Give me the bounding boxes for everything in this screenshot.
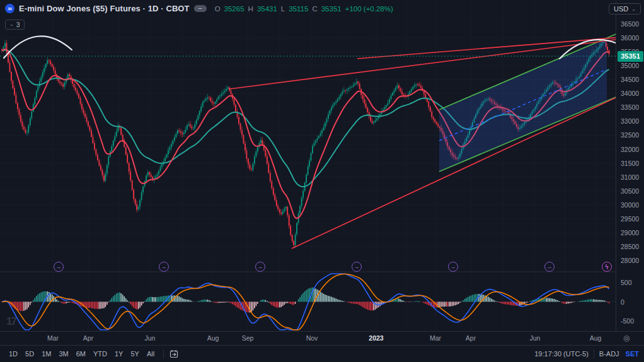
price-axis-label: 33500: [621, 103, 639, 111]
chevron-down-icon: ⌄: [9, 21, 14, 27]
range-buttons: 1D5D1M3M6MYTD1Y5YAll: [5, 348, 158, 359]
indicator-axis-label: 0: [621, 298, 624, 306]
price-axis-label: 29000: [621, 229, 639, 236]
high-value: 35431: [257, 5, 277, 13]
contract-roll-marker-icon[interactable]: →: [159, 262, 169, 272]
time-axis-month-label: Apr: [466, 334, 476, 342]
price-axis-label: 35000: [621, 62, 639, 69]
symbol-legend[interactable]: 30 E-mini Dow Jones ($5) Futures · 1D · …: [5, 4, 393, 13]
clock-time[interactable]: 19:17:30 (UTC-5): [534, 350, 589, 358]
price-axis-label: 28000: [621, 257, 639, 264]
ohlc-values: O35265 H35431 L35115 C35351 +100 (+0.28%…: [215, 5, 393, 13]
time-axis-month-label: Jun: [530, 334, 541, 342]
chart-canvas[interactable]: [0, 0, 644, 362]
range-button-5d[interactable]: 5D: [21, 348, 38, 359]
contract-roll-marker-icon[interactable]: →: [255, 262, 265, 272]
price-axis-label: 32000: [621, 146, 639, 153]
price-axis-label: 33000: [621, 117, 639, 125]
open-value: 35265: [224, 5, 244, 13]
open-label: O: [215, 5, 221, 13]
currency-dropdown[interactable]: USD ⌄: [609, 3, 641, 15]
time-axis-month-label: Nov: [306, 334, 318, 342]
price-axis-label: 36000: [621, 34, 639, 42]
price-axis-label: 32500: [621, 131, 639, 139]
price-axis[interactable]: 35351 ◎ 36500360003550035000345003400033…: [616, 0, 644, 331]
contract-roll-marker-icon[interactable]: →: [54, 262, 64, 272]
contract-roll-marker-icon[interactable]: →: [544, 262, 555, 272]
indicator-axis-label: -500: [621, 317, 634, 325]
range-button-6m[interactable]: 6M: [72, 348, 89, 359]
symbol-title[interactable]: E-mini Dow Jones ($5) Futures · 1D · CBO…: [19, 4, 190, 13]
indicator-axis-label: 500: [621, 279, 632, 286]
back-adjust-toggle[interactable]: B-ADJ: [599, 350, 619, 358]
toolbar-divider: [163, 349, 164, 358]
currency-label: USD: [614, 5, 628, 13]
time-axis-month-label: Aug: [590, 334, 602, 342]
change-value: +100 (+0.28%): [345, 5, 393, 13]
settlement-toggle[interactable]: SET: [626, 350, 639, 358]
range-button-1d[interactable]: 1D: [5, 348, 21, 359]
range-button-3m[interactable]: 3M: [55, 348, 72, 359]
time-axis-month-label: Mar: [47, 334, 59, 342]
go-to-date-icon[interactable]: [169, 349, 179, 359]
price-axis-label: 28500: [621, 243, 639, 250]
price-axis-label: 30000: [621, 201, 639, 209]
range-button-1m[interactable]: 1M: [38, 348, 55, 359]
toolbar-divider: [594, 349, 594, 358]
time-axis-month-label: Mar: [430, 334, 441, 342]
indicators-collapsed-button[interactable]: ⌄ 3: [5, 20, 25, 30]
price-axis-label: 34000: [621, 90, 639, 97]
price-axis-label: 36500: [621, 20, 639, 28]
range-button-ytd[interactable]: YTD: [89, 348, 111, 359]
close-label: C: [312, 5, 317, 13]
contract-roll-marker-icon[interactable]: →: [448, 262, 458, 272]
time-axis-month-label: Jun: [145, 334, 156, 342]
range-button-5y[interactable]: 5Y: [127, 348, 142, 359]
last-price-badge: 35351: [618, 51, 643, 62]
indicators-count: 3: [16, 21, 20, 28]
tradingview-chart-window: 30 E-mini Dow Jones ($5) Futures · 1D · …: [0, 0, 644, 362]
high-label: H: [248, 5, 253, 13]
symbol-logo-icon: 30: [5, 4, 14, 13]
contract-roll-marker-icon[interactable]: →: [352, 262, 362, 272]
price-axis-label: 29500: [621, 215, 639, 223]
legend-collapse-button[interactable]: –: [194, 5, 207, 12]
price-axis-label: 30500: [621, 187, 639, 195]
price-axis-label: 31500: [621, 160, 639, 167]
bottom-toolbar: 1D5D1M3M6MYTD1Y5YAll 19:17:30 (UTC-5) B-…: [0, 345, 644, 362]
event-flash-marker-icon[interactable]: ϟ: [602, 262, 612, 272]
caret-down-icon: ⌄: [631, 6, 636, 12]
range-button-all[interactable]: All: [143, 348, 158, 359]
low-value: 35115: [289, 5, 308, 13]
time-axis-month-label: Apr: [83, 334, 93, 342]
time-axis-year-label: 2023: [369, 334, 383, 342]
timezone-gear-icon[interactable]: ◎: [623, 334, 630, 342]
time-axis[interactable]: ◎ MarAprJunAugSepNov2023MarAprJunAug: [0, 331, 644, 345]
close-value: 35351: [321, 5, 342, 13]
low-label: L: [281, 5, 285, 13]
price-axis-label: 31000: [621, 173, 639, 181]
tradingview-logo: 17: [6, 315, 16, 328]
range-button-1y[interactable]: 1Y: [111, 348, 127, 359]
price-axis-label: 34500: [621, 76, 639, 83]
time-axis-month-label: Sep: [242, 334, 254, 342]
time-axis-month-label: Aug: [207, 334, 219, 342]
